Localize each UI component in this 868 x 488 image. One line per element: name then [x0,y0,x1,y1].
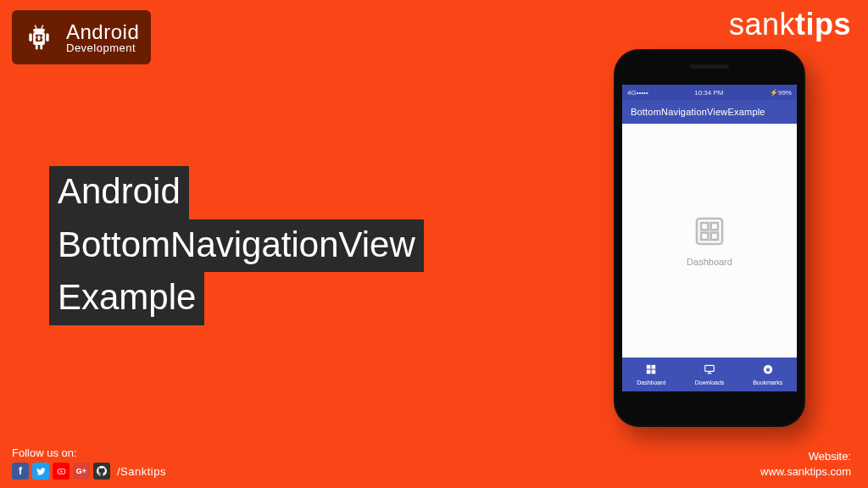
dashboard-icon [693,214,726,252]
app-content: Dashboard [622,124,797,358]
badge-text: Android Development [66,22,139,53]
android-dev-badge: Android Development [12,10,151,64]
svg-rect-11 [38,36,41,41]
svg-rect-3 [46,33,48,42]
svg-rect-4 [36,44,38,50]
headline-line3: Example [49,272,204,325]
facebook-icon[interactable]: f [12,463,29,480]
website-label: Website: [760,449,851,464]
badge-title: Android [66,22,139,42]
app-bar: BottomNavigationViewExample [622,100,797,124]
downloads-nav-icon [704,363,715,379]
bottomnav-bookmarks-label: Bookmarks [753,380,782,385]
svg-line-7 [42,25,43,29]
content-label: Dashboard [687,257,732,267]
phone-screen: 4G••••• 10:34 PM ⚡99% BottomNavigationVi… [622,85,797,391]
svg-rect-18 [647,365,651,369]
twitter-icon[interactable] [32,463,49,480]
bottomnav-dashboard[interactable]: Dashboard [622,358,681,391]
headline-line1: Android [49,166,189,219]
bottom-nav: Dashboard Downloads Bookmarks [622,358,797,391]
social-handle: /Sanktips [117,465,166,478]
svg-line-6 [35,25,36,29]
android-robot-icon [20,17,58,58]
svg-rect-22 [705,365,715,371]
bottomnav-downloads[interactable]: Downloads [681,358,739,391]
status-left: 4G••••• [627,89,648,97]
svg-rect-17 [711,233,718,240]
appbar-title: BottomNavigationViewExample [631,107,765,117]
status-time: 10:34 PM [694,89,723,97]
svg-rect-21 [652,370,656,374]
website-url[interactable]: www.sanktips.com [760,464,851,480]
svg-rect-2 [29,33,31,42]
svg-rect-16 [701,233,708,240]
svg-rect-0 [33,29,45,32]
brand-light: sank [729,7,795,42]
dashboard-nav-icon [645,363,657,379]
youtube-icon[interactable] [53,463,70,480]
bottomnav-downloads-label: Downloads [695,380,725,385]
svg-rect-20 [647,370,651,374]
headline: Android BottomNavigationView Example [49,166,424,325]
svg-rect-5 [40,44,42,50]
follow-label: Follow us on: [12,446,166,459]
badge-subtitle: Development [66,42,139,53]
phone-mockup: 4G••••• 10:34 PM ⚡99% BottomNavigationVi… [614,49,805,427]
svg-rect-19 [652,365,656,369]
bottomnav-bookmarks[interactable]: Bookmarks [738,358,797,391]
bottomnav-dashboard-label: Dashboard [637,380,665,385]
brand-logo: sanktips [729,7,851,42]
brand-bold: tips [795,7,851,42]
bookmarks-nav-icon [762,363,774,379]
github-icon[interactable] [93,463,110,480]
footer-right: Website: www.sanktips.com [760,449,851,480]
footer-left: Follow us on: f G+ /Sanktips [12,446,166,480]
status-bar: 4G••••• 10:34 PM ⚡99% [622,85,797,100]
headline-line2: BottomNavigationView [49,219,424,273]
svg-rect-14 [701,223,708,230]
status-right: ⚡99% [770,89,792,97]
googleplus-icon[interactable]: G+ [73,463,90,480]
social-row: f G+ /Sanktips [12,463,166,480]
svg-rect-15 [711,223,718,230]
